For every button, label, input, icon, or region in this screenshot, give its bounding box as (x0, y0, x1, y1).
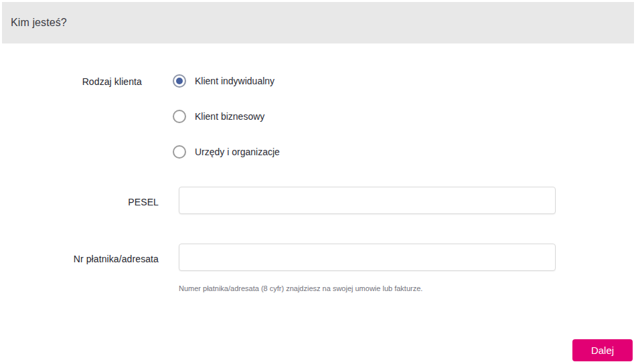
page-title: Kim jesteś? (11, 17, 67, 29)
pesel-input[interactable] (179, 187, 556, 214)
next-button[interactable]: Dalej (572, 339, 633, 361)
radio-option-label: Urzędy i organizacje (195, 147, 280, 157)
radio-button-business[interactable] (173, 110, 186, 123)
radio-option-business[interactable]: Klient biznesowy (173, 110, 280, 123)
radio-option-organizations[interactable]: Urzędy i organizacje (173, 145, 280, 159)
radio-option-label: Klient biznesowy (195, 111, 264, 122)
radio-button-organizations[interactable] (173, 145, 186, 159)
radio-option-label: Klient indywidualny (195, 76, 274, 86)
radio-button-individual[interactable] (173, 74, 186, 88)
payer-number-input[interactable] (179, 244, 556, 271)
page-header: Kim jesteś? (2, 2, 634, 43)
customer-type-radio-group: Klient indywidualny Klient biznesowy Urz… (173, 74, 280, 159)
radio-option-individual[interactable]: Klient indywidualny (173, 74, 280, 88)
payer-number-helper-text: Numer płatnika/adresata (8 cyfr) znajdzi… (179, 284, 422, 292)
payer-number-label: Nr płatnika/adresata (0, 254, 159, 264)
who-are-you-form-page: Kim jesteś? Rodzaj klienta Klient indywi… (0, 0, 636, 364)
radio-group-label: Rodzaj klienta (0, 76, 142, 87)
pesel-label: PESEL (0, 197, 159, 207)
